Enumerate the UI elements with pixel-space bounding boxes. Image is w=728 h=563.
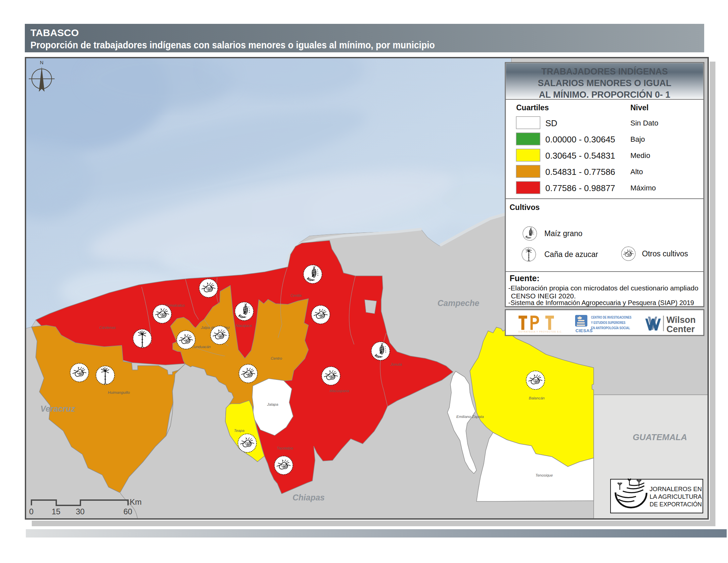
svg-text:CENTRO DE INVESTIGACIONES: CENTRO DE INVESTIGACIONES [591, 315, 631, 319]
svg-text:Y ESTUDIOS SUPERIORES: Y ESTUDIOS SUPERIORES [591, 321, 625, 325]
svg-text:Huimanguillo: Huimanguillo [108, 391, 130, 395]
svg-text:Tenosique: Tenosique [535, 473, 553, 477]
svg-text:Medio: Medio [630, 151, 650, 160]
svg-text:EN ANTROPOLOGÍA SOCIAL: EN ANTROPOLOGÍA SOCIAL [591, 326, 630, 330]
svg-text:Centro: Centro [271, 356, 282, 360]
svg-text:Otros cultivos: Otros cultivos [642, 249, 688, 258]
svg-text:Nacajuca: Nacajuca [236, 324, 252, 328]
svg-text:AL MÍNIMO. PROPORCIÓN 0- 1: AL MÍNIMO. PROPORCIÓN 0- 1 [539, 89, 670, 100]
svg-text:Nivel: Nivel [630, 103, 649, 112]
svg-text:15: 15 [52, 507, 61, 516]
svg-text:60: 60 [123, 507, 132, 516]
svg-text:SALARIOS MENORES O IGUAL: SALARIOS MENORES O IGUAL [538, 78, 671, 88]
svg-text:-Elaboración propia con microd: -Elaboración propia con microdatos del c… [508, 284, 698, 292]
svg-text:Center: Center [666, 324, 695, 334]
svg-text:Caña de azucar: Caña de azucar [544, 250, 598, 258]
svg-text:Cultivos: Cultivos [510, 203, 540, 211]
svg-text:Proporción de trabajadores ind: Proporción de trabajadores indígenas con… [30, 40, 435, 50]
svg-text:Sin Dato: Sin Dato [630, 119, 658, 127]
svg-text:Bajo: Bajo [630, 135, 645, 143]
svg-text:0.30645 - 0.54831: 0.30645 - 0.54831 [545, 151, 615, 161]
svg-text:Balancán: Balancán [529, 396, 545, 400]
svg-text:Centla: Centla [291, 294, 301, 298]
svg-text:Macuspana: Macuspana [330, 389, 349, 393]
svg-text:GUATEMALA: GUATEMALA [633, 432, 687, 442]
svg-text:Fuente:: Fuente: [510, 273, 539, 283]
svg-text:DE EXPORTACIÓN: DE EXPORTACIÓN [650, 501, 702, 508]
svg-text:Máximo: Máximo [630, 184, 656, 192]
svg-text:30: 30 [76, 507, 85, 516]
svg-text:ESTRATEGIA Y PROYECTOS S.C.: ESTRATEGIA Y PROYECTOS S.C. [519, 331, 563, 333]
svg-text:N: N [40, 60, 44, 65]
svg-text:Jalapa: Jalapa [267, 402, 278, 406]
svg-text:Tacotalpa: Tacotalpa [277, 446, 293, 450]
svg-text:Chiapas: Chiapas [293, 493, 325, 502]
svg-text:Wilson: Wilson [666, 315, 696, 325]
svg-text:JORNALEROS EN: JORNALEROS EN [650, 486, 702, 493]
svg-text:Emiliano Zapata: Emiliano Zapata [456, 415, 484, 419]
svg-text:Cunduacán: Cunduacán [191, 345, 211, 349]
svg-text:Cárdenas: Cárdenas [99, 326, 116, 330]
svg-text:Cuartiles: Cuartiles [516, 103, 549, 112]
svg-text:CENSO INEGI 2020.: CENSO INEGI 2020. [511, 292, 576, 300]
svg-text:Veracruz: Veracruz [40, 404, 75, 413]
svg-text:Alto: Alto [630, 167, 643, 176]
svg-text:0.54831 - 0.77586: 0.54831 - 0.77586 [545, 167, 615, 177]
svg-text:CIESAS: CIESAS [575, 328, 593, 333]
svg-text:TABASCO: TABASCO [30, 27, 79, 38]
svg-text:0.77586 - 0.98877: 0.77586 - 0.98877 [545, 183, 615, 193]
svg-text:Jonuta: Jonuta [390, 362, 402, 366]
svg-text:Campeche: Campeche [437, 299, 479, 308]
svg-text:0.00000 - 0.30645: 0.00000 - 0.30645 [545, 134, 615, 144]
svg-text:Teapa: Teapa [234, 429, 245, 433]
svg-text:SD: SD [545, 118, 557, 128]
svg-text:LA AGRICULTURA: LA AGRICULTURA [650, 493, 702, 500]
svg-text:Maíz grano: Maíz grano [544, 229, 582, 238]
svg-text:0: 0 [29, 507, 33, 516]
svg-text:Km: Km [130, 497, 142, 506]
svg-text:-Sistema de Información Agrope: -Sistema de Información Agropecuaria y P… [508, 299, 694, 306]
svg-text:TRABAJADORES INDÍGENAS: TRABAJADORES INDÍGENAS [541, 66, 668, 76]
